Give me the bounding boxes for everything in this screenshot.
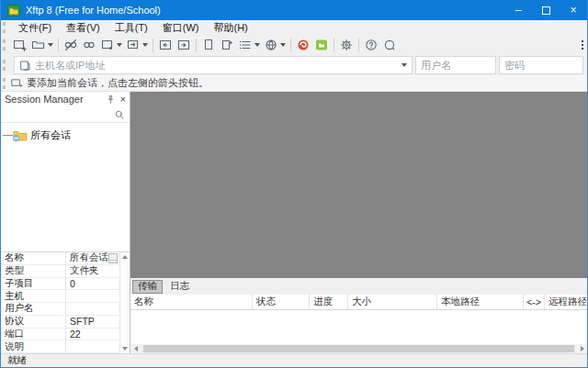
prop-value[interactable]: SFTP <box>66 316 119 329</box>
list-view-button[interactable] <box>236 36 262 54</box>
prop-value[interactable]: 0 <box>66 278 119 291</box>
addressbar-grip[interactable] <box>3 60 7 71</box>
scrollbar-thumb[interactable] <box>143 345 574 352</box>
pin-icon[interactable] <box>106 95 116 105</box>
new-session-button[interactable] <box>11 36 29 54</box>
help-button[interactable] <box>362 36 380 54</box>
properties-scrollbar[interactable] <box>119 252 130 353</box>
session-tree: 所有会话 <box>1 123 130 251</box>
close-button[interactable]: × <box>560 0 587 20</box>
host-dropdown-icon[interactable] <box>401 63 407 67</box>
prop-label: 端口 <box>1 329 66 341</box>
prop-label: 名称 <box>1 252 66 265</box>
browse-button[interactable]: … <box>108 253 118 263</box>
panel-close-icon[interactable]: × <box>120 95 126 104</box>
scroll-down-icon[interactable] <box>122 347 128 351</box>
host-combobox[interactable]: 主机名或IP地址 <box>14 56 413 74</box>
pane-in-icon <box>158 38 173 52</box>
tab-transfer[interactable]: 传输 <box>132 280 163 294</box>
prop-value[interactable] <box>66 340 119 353</box>
toolbar-separator <box>358 39 359 52</box>
prop-value-name[interactable]: 所有会话 … <box>66 252 119 265</box>
xftp-window: Xftp 8 (Free for Home/School) – × 文件(F) … <box>0 0 588 368</box>
prop-label: 主机 <box>1 290 66 303</box>
paste-button[interactable] <box>218 36 236 54</box>
prop-value[interactable]: 22 <box>66 329 119 341</box>
copy-button[interactable] <box>199 36 218 54</box>
pane-out-button[interactable] <box>175 36 193 54</box>
list-view-icon <box>238 38 253 52</box>
toolbar-separator <box>290 39 291 52</box>
menu-view[interactable]: 查看(V) <box>59 20 107 35</box>
username-field[interactable] <box>415 56 496 74</box>
column-name[interactable]: 名称 <box>130 295 253 309</box>
properties-panel: 名称 所有会话 … 类型 文件夹 子项目 0 主机 用户名 协议 SFTP 端口 <box>1 251 130 353</box>
toolbar-overflow-icon[interactable] <box>582 40 583 50</box>
tree-item-label: 所有会话 <box>30 128 71 142</box>
reconnect-icon <box>82 38 96 52</box>
column-local-path[interactable]: 本地路径 <box>437 295 524 309</box>
maximize-button[interactable] <box>532 0 560 20</box>
toolbar-grip[interactable] <box>3 39 7 50</box>
main-area: 传输 日志 名称 状态 进度 大小 本地路径 <-> 远程路径 <box>130 92 587 353</box>
tab-log[interactable]: 日志 <box>165 280 194 294</box>
column-progress[interactable]: 进度 <box>310 295 348 309</box>
scroll-right-icon[interactable] <box>577 344 587 353</box>
session-manager-panel: Session Manager × <box>1 92 130 353</box>
open-session-button[interactable] <box>29 36 55 54</box>
chevron-down-icon <box>254 43 260 47</box>
reconnect-button[interactable] <box>80 36 98 54</box>
prop-label: 协议 <box>1 316 66 329</box>
menu-window[interactable]: 窗口(W) <box>155 20 207 35</box>
about-button[interactable] <box>380 36 399 54</box>
open-remote-icon <box>126 38 141 52</box>
scroll-up-icon[interactable] <box>122 255 128 259</box>
column-status[interactable]: 状态 <box>253 295 310 309</box>
column-remote-path[interactable]: 远程路径 <box>545 295 587 309</box>
open-remote-button[interactable] <box>124 36 150 54</box>
minimize-button[interactable]: – <box>504 0 532 20</box>
transfer-list[interactable] <box>130 310 587 344</box>
remote-file-area[interactable] <box>130 92 587 278</box>
pane-in-button[interactable] <box>156 36 175 54</box>
launch-xshell-button[interactable] <box>294 36 312 54</box>
new-transfer-button[interactable] <box>98 36 124 54</box>
menu-file[interactable]: 文件(F) <box>11 20 59 35</box>
column-direction[interactable]: <-> <box>524 295 545 309</box>
horizontal-scrollbar[interactable] <box>130 344 587 353</box>
status-bar: 就绪 <box>1 353 587 367</box>
status-text: 就绪 <box>7 354 27 367</box>
chevron-down-icon <box>142 43 148 47</box>
column-size[interactable]: 大小 <box>348 295 437 309</box>
session-manager-title: Session Manager <box>5 94 84 105</box>
menubar-grip[interactable] <box>3 22 7 33</box>
scroll-left-icon[interactable] <box>130 344 141 353</box>
menu-bar: 文件(F) 查看(V) 工具(T) 窗口(W) 帮助(H) <box>1 20 587 35</box>
copy-icon <box>201 38 216 52</box>
password-field[interactable] <box>499 56 583 74</box>
address-bar: 主机名或IP地址 <box>1 55 587 75</box>
disconnect-icon <box>63 38 78 52</box>
toolbar-separator <box>334 39 334 52</box>
prop-value[interactable] <box>66 290 119 303</box>
disconnect-button[interactable] <box>62 36 80 54</box>
transfer-tabs: 传输 日志 <box>130 278 587 295</box>
launch-xagent-button[interactable] <box>312 36 331 54</box>
infobar-grip[interactable] <box>3 78 7 89</box>
chevron-down-icon <box>48 43 53 47</box>
maximize-icon <box>542 6 550 15</box>
menu-tools[interactable]: 工具(T) <box>107 20 155 35</box>
prop-value-text: 所有会话 <box>70 252 108 264</box>
prop-value[interactable]: 文件夹 <box>66 265 119 278</box>
tree-item-all-sessions[interactable]: 所有会话 <box>1 128 130 143</box>
about-icon <box>382 38 397 52</box>
menu-help[interactable]: 帮助(H) <box>206 20 254 35</box>
search-icon <box>114 109 125 120</box>
encoding-button[interactable] <box>262 36 288 54</box>
sessions-folder-icon <box>13 129 28 141</box>
toolbar-separator <box>153 39 153 52</box>
session-search-bar[interactable] <box>1 106 130 123</box>
prop-value[interactable] <box>66 303 119 316</box>
session-manager-header: Session Manager × <box>1 92 130 106</box>
settings-button[interactable] <box>337 36 356 54</box>
